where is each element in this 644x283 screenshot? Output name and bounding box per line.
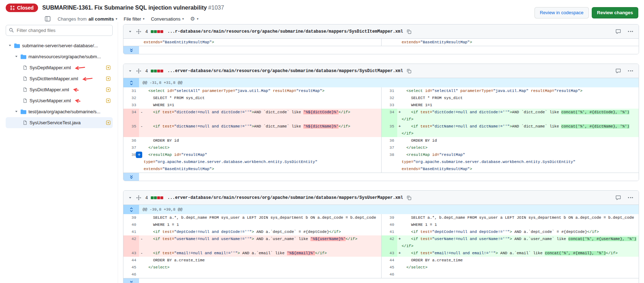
- line-number[interactable]: 36: [123, 137, 139, 144]
- diff-side-left: 34- <if test="dictCode!=null and dictCod…: [123, 109, 381, 123]
- sidebar-file-item[interactable]: SysDictMapper.xml: [6, 84, 113, 95]
- line-number[interactable]: 37: [382, 144, 397, 151]
- line-number[interactable]: 41: [382, 228, 397, 235]
- chevron-down-icon[interactable]: [14, 109, 18, 114]
- diff-side-right: 45 </select>: [381, 264, 639, 271]
- file-path[interactable]: ...r-database/src/main/resources/org/apa…: [167, 29, 403, 34]
- kebab-menu-icon[interactable]: [627, 69, 634, 73]
- line-number[interactable]: 40: [123, 221, 139, 228]
- line-number[interactable]: 45: [382, 264, 397, 271]
- file-path[interactable]: ...erver-database/src/main/resources/org…: [167, 195, 403, 200]
- line-number[interactable]: 31: [123, 87, 139, 94]
- sidebar-file-item[interactable]: SysDictItemMapper.xml: [6, 73, 113, 84]
- diff-side-right: 46: [381, 271, 639, 278]
- line-number[interactable]: 37: [123, 144, 139, 151]
- line-number[interactable]: 42: [123, 235, 139, 250]
- line-number[interactable]: [382, 39, 397, 46]
- conversations-dropdown[interactable]: Conversations ▾: [151, 16, 184, 22]
- expand-down-icon[interactable]: [123, 173, 139, 181]
- line-number[interactable]: 33: [382, 102, 397, 109]
- pr-header: Closed SUBMARINE-1361. Fix Submarine SQL…: [0, 0, 644, 22]
- line-number[interactable]: [123, 39, 139, 46]
- annotation-arrow-icon: [73, 87, 79, 92]
- line-number[interactable]: 33: [123, 102, 139, 109]
- drag-handle-icon[interactable]: [135, 68, 142, 74]
- line-number[interactable]: 34: [123, 109, 139, 123]
- diffstat: [151, 70, 163, 72]
- expand-hunk-icon[interactable]: [123, 78, 139, 87]
- line-number[interactable]: 44: [123, 257, 139, 264]
- copy-path-icon[interactable]: [406, 195, 412, 201]
- comment-icon[interactable]: [615, 28, 622, 35]
- drag-handle-icon[interactable]: [135, 195, 142, 201]
- line-number[interactable]: 34: [382, 109, 397, 123]
- line-number[interactable]: 40: [382, 221, 397, 228]
- annotation-arrow-icon: [74, 98, 81, 103]
- file-header-actions: [615, 28, 634, 35]
- diff-side-right: 35+ <if test="dictName!=null and dictNam…: [381, 123, 639, 137]
- collapse-file-chevron-icon[interactable]: [128, 29, 133, 34]
- kebab-menu-icon[interactable]: [627, 29, 634, 33]
- gear-icon: ⚙: [190, 16, 195, 22]
- chevron-down-icon[interactable]: [8, 43, 12, 48]
- line-number[interactable]: 39: [382, 214, 397, 221]
- diff-side-left: 42- <if test="userName!=null and userNam…: [123, 235, 381, 250]
- line-number[interactable]: 44: [382, 257, 397, 264]
- kebab-menu-icon[interactable]: [627, 196, 634, 200]
- sidebar-toggle-icon[interactable]: [44, 15, 51, 22]
- collapse-file-chevron-icon[interactable]: [128, 195, 133, 200]
- file-header: 4...erver-database/src/main/resources/or…: [123, 191, 639, 205]
- line-number[interactable]: 36: [382, 137, 397, 144]
- drag-handle-icon[interactable]: [135, 28, 142, 35]
- expand-hunk-icon[interactable]: [123, 205, 139, 214]
- collapse-file-chevron-icon[interactable]: [128, 69, 133, 74]
- line-number[interactable]: 31: [382, 87, 397, 94]
- line-number[interactable]: 45: [123, 264, 139, 271]
- line-number[interactable]: 32: [382, 94, 397, 102]
- file-header: 4...erver-database/src/main/resources/or…: [123, 64, 639, 78]
- line-number[interactable]: 38+: [123, 151, 139, 173]
- copy-path-icon[interactable]: [406, 28, 412, 35]
- sidebar-folder-item[interactable]: test/java/org/apache/submarine/s...: [6, 106, 113, 117]
- add-comment-button[interactable]: +: [136, 152, 142, 158]
- sidebar-folder-item[interactable]: submarine-server/server-database/...: [6, 40, 113, 51]
- line-number[interactable]: 42: [382, 235, 397, 250]
- line-number[interactable]: 43: [382, 250, 397, 257]
- line-number[interactable]: 32: [123, 94, 139, 102]
- file-name: submarine-server/server-database/...: [22, 43, 98, 48]
- line-number[interactable]: 38: [382, 151, 397, 173]
- line-number[interactable]: 35: [123, 123, 139, 137]
- file-path[interactable]: ...erver-database/src/main/resources/org…: [167, 69, 403, 74]
- sidebar-file-item[interactable]: SysDeptMapper.xml: [6, 62, 113, 73]
- diff-side-left: 41 <if test="deptCode!=null and deptCode…: [123, 228, 381, 235]
- filter-files-input[interactable]: [6, 25, 113, 36]
- changed-lines-count: 4: [145, 69, 148, 74]
- sidebar-file-item[interactable]: SysUserMapper.xml: [6, 95, 113, 106]
- sidebar-folder-item[interactable]: main/resources/org/apache/subm...: [6, 51, 113, 62]
- diff-settings-dropdown[interactable]: ⚙ ▾: [190, 16, 198, 22]
- expand-down-bar: [123, 46, 639, 54]
- line-number[interactable]: 43: [123, 250, 139, 257]
- expand-down-icon[interactable]: [123, 278, 139, 283]
- line-number[interactable]: 35: [382, 123, 397, 137]
- copy-path-icon[interactable]: [406, 68, 412, 74]
- diffstat-square: [151, 70, 154, 72]
- line-number[interactable]: 46: [382, 271, 397, 278]
- expand-down-icon[interactable]: [123, 46, 139, 54]
- code-line: [397, 271, 639, 278]
- line-number[interactable]: 46: [123, 271, 139, 278]
- sidebar-file-item[interactable]: SysUserServiceTest.java: [6, 117, 113, 128]
- chevron-down-icon[interactable]: [14, 54, 18, 59]
- diffstat-square: [157, 70, 160, 72]
- annotation-arrow-icon: [82, 76, 93, 81]
- diff-row: 31 <select id="selectAll" parameterType=…: [123, 87, 639, 94]
- file-filter-dropdown[interactable]: File filter ▾: [124, 16, 145, 22]
- line-number[interactable]: 39: [123, 214, 139, 221]
- comment-icon[interactable]: [615, 67, 622, 74]
- comment-icon[interactable]: [615, 194, 622, 201]
- diff-side-right: 31 <select id="selectAll" parameterType=…: [381, 87, 639, 94]
- review-changes-button[interactable]: Review changes: [592, 7, 638, 18]
- changes-from-dropdown[interactable]: Changes from all commits ▾: [58, 16, 117, 22]
- review-in-codespace-button[interactable]: Review in codespace: [534, 7, 589, 18]
- line-number[interactable]: 41: [123, 228, 139, 235]
